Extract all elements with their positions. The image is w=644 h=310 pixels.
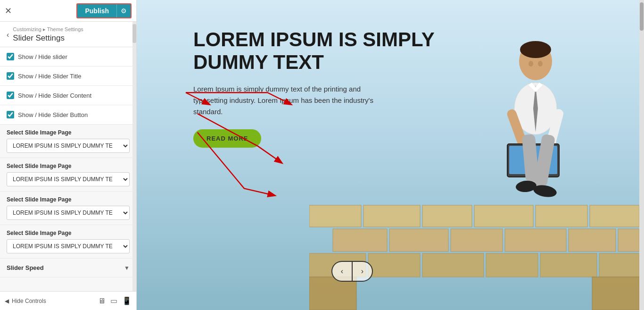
panel-content: Show / Hide slider Show / Hide Slider Ti… (0, 47, 136, 291)
select-group-4: Select Slide Image Page LOREM IPSUM IS S… (0, 225, 136, 259)
select-group-3: Select Slide Image Page LOREM IPSUM IS S… (0, 192, 136, 225)
publish-area: Publish ⚙ (76, 3, 132, 18)
show-hide-content-label: Show / Hide Slider Content (18, 92, 91, 99)
svg-rect-13 (363, 205, 420, 227)
slide-description: Lorem Ipsum is simply dummy text of the … (193, 84, 391, 117)
mobile-icon[interactable]: 📱 (122, 296, 132, 305)
panel-scrollbar[interactable] (132, 22, 136, 291)
device-icons: 🖥 ▭ 📱 (98, 296, 132, 305)
select-slide-1[interactable]: LOREM IPSUM IS SIMPLY DUMMY TE (7, 139, 130, 153)
scrollbar-thumb (640, 2, 644, 31)
select-label-1: Select Slide Image Page (7, 129, 130, 136)
right-scrollbar[interactable] (639, 0, 644, 310)
settings-button[interactable]: ⚙ (116, 4, 131, 17)
back-button[interactable]: ‹ (7, 31, 9, 39)
collapse-arrow-icon: ▼ (124, 265, 130, 271)
show-hide-button-checkbox[interactable] (7, 111, 14, 118)
show-hide-slider-label: Show / Hide slider (18, 53, 67, 60)
select-group-1: Select Slide Image Page LOREM IPSUM IS S… (0, 125, 136, 158)
svg-rect-19 (309, 277, 356, 310)
top-bar: ✕ Publish ⚙ (0, 0, 136, 22)
left-panel: ✕ Publish ⚙ ‹ Customizing ▸ Theme Settin… (0, 0, 137, 310)
section-title: Slider Settings (13, 34, 83, 43)
nav-arrows: ‹ › (331, 261, 373, 282)
svg-rect-12 (309, 205, 361, 227)
prev-arrow-button[interactable]: ‹ (331, 261, 352, 282)
read-more-button[interactable]: READ MORE (193, 129, 261, 148)
next-arrow-button[interactable]: › (352, 261, 373, 282)
preview-area: LOREM IPSUM IS SIMPLY DUMMY TEXT Lorem I… (137, 0, 639, 310)
svg-rect-5 (599, 253, 639, 277)
svg-point-23 (528, 61, 533, 67)
hide-controls-button[interactable]: ◀ Hide Controls (5, 298, 46, 304)
slider-speed-row[interactable]: Slider Speed ▼ (0, 259, 136, 277)
show-hide-title-checkbox[interactable] (7, 72, 14, 80)
tablet-icon[interactable]: ▭ (110, 296, 117, 305)
slide-content: LOREM IPSUM IS SIMPLY DUMMY TEXT Lorem I… (193, 28, 438, 148)
svg-rect-6 (333, 229, 387, 251)
breadcrumb: Customizing ▸ Theme Settings (13, 26, 83, 33)
man-figure (451, 14, 602, 278)
select-slide-3[interactable]: LOREM IPSUM IS SIMPLY DUMMY TE (7, 206, 130, 220)
checkbox-row-3: Show / Hide Slider Content (0, 86, 136, 105)
panel-scrollbar-thumb (132, 24, 136, 43)
svg-rect-7 (389, 229, 448, 251)
select-group-2: Select Slide Image Page LOREM IPSUM IS S… (0, 158, 136, 192)
show-hide-slider-checkbox[interactable] (7, 53, 14, 60)
slider-speed-label: Slider Speed (7, 264, 44, 271)
select-label-3: Select Slide Image Page (7, 196, 130, 203)
hide-controls-label: Hide Controls (12, 298, 46, 304)
hide-icon: ◀ (5, 298, 9, 304)
show-hide-content-checkbox[interactable] (7, 92, 14, 99)
breadcrumb-section: ‹ Customizing ▸ Theme Settings Slider Se… (0, 22, 136, 47)
close-button[interactable]: ✕ (5, 6, 12, 16)
select-label-2: Select Slide Image Page (7, 163, 130, 169)
svg-rect-18 (592, 277, 639, 310)
bottom-bar: ◀ Hide Controls 🖥 ▭ 📱 (0, 291, 136, 310)
show-hide-title-label: Show / Hide Slider Title (18, 73, 81, 80)
svg-rect-1 (368, 253, 420, 277)
publish-button[interactable]: Publish (77, 4, 116, 17)
select-label-4: Select Slide Image Page (7, 230, 130, 236)
select-slide-2[interactable]: LOREM IPSUM IS SIMPLY DUMMY TE (7, 172, 130, 186)
checkbox-row-2: Show / Hide Slider Title (0, 67, 136, 86)
checkbox-row-1: Show / Hide slider (0, 47, 136, 67)
desktop-icon[interactable]: 🖥 (98, 296, 106, 305)
svg-rect-11 (618, 229, 639, 251)
slide-title: LOREM IPSUM IS SIMPLY DUMMY TEXT (193, 28, 438, 74)
checkbox-row-4: Show / Hide Slider Button (0, 105, 136, 125)
svg-point-24 (538, 61, 543, 67)
svg-point-22 (520, 41, 551, 58)
select-slide-4[interactable]: LOREM IPSUM IS SIMPLY DUMMY TE (7, 239, 130, 253)
show-hide-button-label: Show / Hide Slider Button (18, 111, 88, 118)
